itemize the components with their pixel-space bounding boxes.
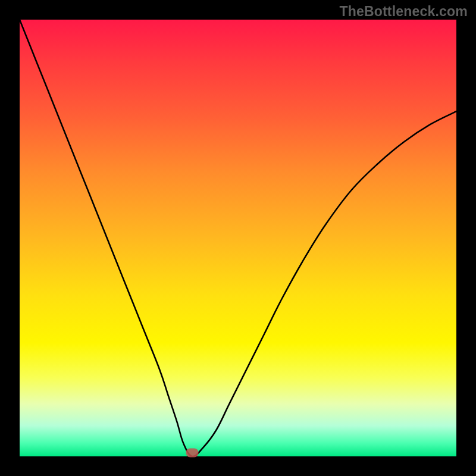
optimal-point-marker [186, 449, 198, 458]
watermark-text: TheBottleneck.com [339, 4, 468, 20]
bottleneck-curve [20, 20, 456, 456]
